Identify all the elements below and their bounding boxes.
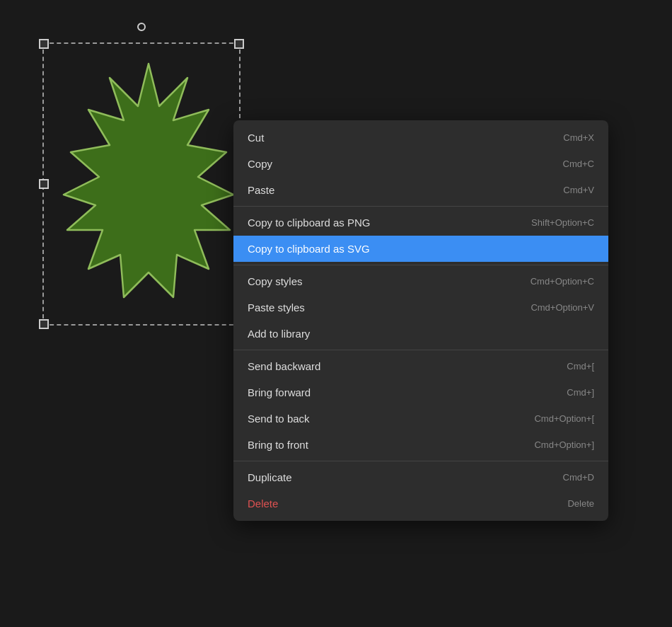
menu-item-copy-png-label: Copy to clipboard as PNG bbox=[248, 217, 370, 229]
menu-item-bring-front-label: Bring to front bbox=[248, 439, 308, 451]
svg-marker-0 bbox=[64, 64, 233, 297]
menu-item-send-backward-shortcut: Cmd+[ bbox=[567, 361, 594, 372]
menu-item-send-back-label: Send to back bbox=[248, 413, 310, 425]
canvas: Cut Cmd+X Copy Cmd+C Paste Cmd+V Copy to… bbox=[0, 0, 672, 627]
menu-item-bring-forward[interactable]: Bring forward Cmd+] bbox=[233, 379, 608, 405]
menu-item-send-back[interactable]: Send to back Cmd+Option+[ bbox=[233, 405, 608, 432]
menu-item-copy-png[interactable]: Copy to clipboard as PNG Shift+Option+C bbox=[233, 209, 608, 236]
menu-item-add-library[interactable]: Add to library bbox=[233, 321, 608, 347]
menu-item-duplicate[interactable]: Duplicate Cmd+D bbox=[233, 464, 608, 490]
divider-4 bbox=[233, 461, 608, 461]
menu-item-copy-styles[interactable]: Copy styles Cmd+Option+C bbox=[233, 268, 608, 294]
menu-item-cut-label: Cut bbox=[248, 132, 264, 144]
menu-item-paste-styles-shortcut: Cmd+Option+V bbox=[531, 302, 594, 313]
menu-item-cut[interactable]: Cut Cmd+X bbox=[233, 125, 608, 151]
handle-middle-left[interactable] bbox=[39, 179, 49, 189]
menu-item-duplicate-shortcut: Cmd+D bbox=[563, 472, 594, 483]
menu-item-copy-label: Copy bbox=[248, 158, 272, 170]
menu-item-copy-styles-shortcut: Cmd+Option+C bbox=[531, 276, 594, 287]
menu-item-duplicate-label: Duplicate bbox=[248, 471, 292, 483]
menu-item-bring-forward-label: Bring forward bbox=[248, 386, 311, 398]
menu-item-bring-forward-shortcut: Cmd+] bbox=[567, 387, 594, 398]
menu-item-paste-label: Paste bbox=[248, 184, 274, 196]
menu-item-copy-svg-label: Copy to clipboard as SVG bbox=[248, 243, 370, 255]
menu-item-copy-styles-label: Copy styles bbox=[248, 275, 303, 287]
handle-top-right[interactable] bbox=[234, 39, 244, 49]
menu-item-cut-shortcut: Cmd+X bbox=[563, 132, 594, 143]
context-menu: Cut Cmd+X Copy Cmd+C Paste Cmd+V Copy to… bbox=[233, 120, 608, 521]
menu-item-delete-label: Delete bbox=[248, 497, 278, 510]
divider-1 bbox=[233, 206, 608, 207]
handle-bottom-left[interactable] bbox=[39, 319, 49, 329]
handle-top-left[interactable] bbox=[39, 39, 49, 49]
divider-2 bbox=[233, 265, 608, 265]
menu-item-copy-png-shortcut: Shift+Option+C bbox=[531, 217, 594, 228]
menu-item-paste-styles[interactable]: Paste styles Cmd+Option+V bbox=[233, 294, 608, 321]
menu-item-bring-front[interactable]: Bring to front Cmd+Option+] bbox=[233, 432, 608, 458]
menu-item-paste-styles-label: Paste styles bbox=[248, 301, 305, 314]
menu-item-send-backward[interactable]: Send backward Cmd+[ bbox=[233, 353, 608, 379]
menu-item-copy-svg[interactable]: Copy to clipboard as SVG bbox=[233, 236, 608, 262]
menu-item-paste-shortcut: Cmd+V bbox=[563, 185, 594, 195]
menu-item-send-back-shortcut: Cmd+Option+[ bbox=[534, 413, 594, 424]
star-shape bbox=[57, 57, 233, 318]
divider-3 bbox=[233, 350, 608, 350]
rotation-handle[interactable] bbox=[137, 23, 146, 31]
menu-item-bring-front-shortcut: Cmd+Option+] bbox=[534, 439, 594, 450]
menu-item-add-library-label: Add to library bbox=[248, 328, 310, 340]
menu-item-paste[interactable]: Paste Cmd+V bbox=[233, 177, 608, 203]
menu-item-copy[interactable]: Copy Cmd+C bbox=[233, 151, 608, 177]
menu-item-copy-shortcut: Cmd+C bbox=[563, 159, 594, 169]
menu-item-delete-shortcut: Delete bbox=[567, 498, 594, 509]
menu-item-send-backward-label: Send backward bbox=[248, 360, 320, 372]
menu-item-delete[interactable]: Delete Delete bbox=[233, 490, 608, 517]
